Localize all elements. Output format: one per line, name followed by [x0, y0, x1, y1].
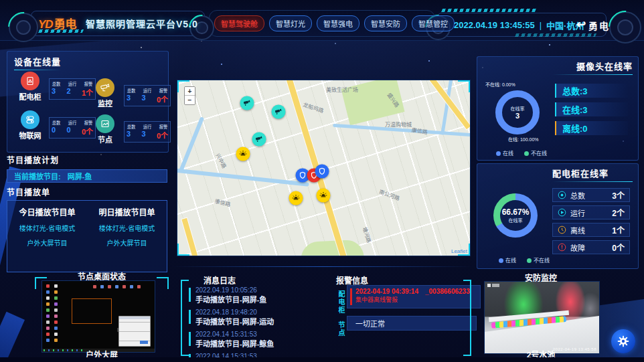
cabinet-running-row: 运行 2个	[552, 205, 630, 219]
donut-center-value: 3	[515, 112, 519, 120]
map-corner-decoration	[177, 244, 189, 256]
playlist-column-header: 今日播放节目单	[7, 206, 87, 217]
map-attribution[interactable]: Leaflet	[451, 248, 467, 254]
zoom-out-button[interactable]: −	[185, 96, 195, 104]
running-icon	[558, 208, 566, 217]
total-icon	[558, 191, 566, 199]
tab-cockpit[interactable]: 智慧驾驶舱	[214, 15, 264, 31]
fault-icon	[558, 243, 566, 252]
tab-control[interactable]: 智慧管控	[412, 15, 455, 31]
cabinet-offline-row: 离线 1个	[552, 223, 630, 237]
row-value: 2个	[612, 207, 625, 218]
street-label: 塘河路	[361, 226, 374, 244]
log-entry: 2022.04.18 19:48:20 手动播放节目-网屏-运动	[189, 308, 313, 327]
playlist-item[interactable]: 楼体灯光-省电模式	[7, 223, 87, 233]
map-marker-light[interactable]	[236, 147, 250, 161]
log-time: 2022.04.18 19:48:20	[195, 308, 313, 316]
legend-online: 在线	[499, 256, 516, 264]
stat-total: 3	[127, 94, 131, 104]
map-marker-camera[interactable]	[240, 96, 254, 110]
stat-running: 2	[66, 87, 70, 98]
map-marker-camera[interactable]	[252, 132, 266, 147]
device-stats: 总数运行报警 330个	[124, 121, 171, 143]
selection-rectangle	[72, 298, 112, 324]
log-text: 手动播放节目-网屏-运动	[195, 316, 313, 327]
cctv-video[interactable]: 2022-04-19 13:45:58	[484, 281, 600, 354]
alarm-box-node: 一切正常	[347, 316, 477, 331]
alarm-group-label: 节点	[336, 321, 346, 337]
rivet-decoration	[9, 13, 38, 42]
playlist-item[interactable]: 户外大屏节目	[87, 238, 167, 248]
dash-decoration	[515, 33, 596, 37]
message-log-panel: 消息日志 2022.04.19 10:05:26 手动播放节目-网屏-鱼 202…	[179, 270, 313, 359]
map-river	[177, 168, 309, 186]
alarm-box-cabinet: 2022-04-19 04:39:14_00386606233 集中器离线警报	[347, 285, 481, 308]
street-label: 康信路	[411, 126, 428, 135]
donut-center-label: 在线率	[511, 105, 525, 112]
panel-title: 节目播放单	[7, 186, 167, 197]
donut-center-value: 66.67%	[502, 207, 530, 217]
row-label: 离线	[570, 225, 608, 236]
page-title: 智慧照明管理云平台V5.0	[86, 17, 198, 30]
stat-header: 报警	[159, 88, 168, 94]
stat-total: 3	[127, 130, 131, 141]
stat-total: 3	[52, 87, 56, 98]
node-desktop-screenshot[interactable]	[42, 280, 155, 353]
donut-ring: 66.67% 在线率	[493, 193, 538, 238]
stat-running: 0	[66, 126, 70, 137]
playlist-box: 今日播放节目单 楼体灯光-省电模式 户外大屏节目 明日播放节目单 楼体灯光-省电…	[7, 200, 167, 272]
tab-lighting[interactable]: 智慧灯光	[269, 15, 312, 31]
map[interactable]: 龙船坞路盛兴路美致生活广场万温购物城兴中路康信路康信路南公河路塘河路 + − L…	[177, 80, 470, 256]
camera-online-panel: 摄像头在线率 不在线: 0.00% 在线率 3 在线: 100.00% 在线 不…	[477, 56, 639, 161]
stat-alarm: 0个	[157, 130, 168, 141]
stat-total: 0	[52, 126, 56, 137]
camera-brand-logo	[487, 284, 499, 287]
stat-header: 总数	[127, 124, 136, 130]
map-marker-light[interactable]	[289, 191, 303, 205]
device-card-iot: 物联网 总数运行报警 000个	[13, 110, 96, 141]
playlist-item[interactable]: 楼体灯光-省电模式	[87, 223, 167, 233]
dashboard: YD 勇电 智慧照明管理云平台V5.0 智慧驾驶舱 智慧灯光 智慧强电 智慧安防…	[0, 0, 644, 362]
cabinet-fault-row: 故障 0个	[552, 240, 630, 254]
desktop-icons	[44, 283, 60, 345]
diagonal-decoration	[0, 312, 25, 362]
cabinet-legend: 在线 不在线	[499, 256, 550, 264]
bracket-decoration	[181, 280, 189, 356]
stat-header: 运行	[68, 120, 77, 126]
map-marker-light[interactable]	[317, 189, 331, 203]
desktop-icons	[91, 284, 143, 290]
row-value: 3个	[612, 189, 625, 201]
playlist-item[interactable]: 户外大屏节目	[7, 238, 87, 248]
log-time: 2022.04.19 10:05:26	[195, 286, 313, 294]
stat-alarm: 0个	[157, 94, 168, 104]
datetime: 2022.04.19 13:45:55	[454, 20, 535, 30]
donut-center-label: 在线率	[509, 217, 523, 223]
map-zoom-control: + −	[184, 86, 195, 105]
tab-security[interactable]: 智慧安防	[364, 15, 407, 31]
settings-button[interactable]	[611, 329, 635, 353]
map-marker-shield[interactable]	[315, 165, 329, 179]
cabinet-total-row: 总数 3个	[552, 188, 630, 202]
row-value: 1个	[612, 224, 625, 236]
street-label: 美致生活广场	[326, 86, 358, 93]
tab-power[interactable]: 智慧强电	[317, 15, 359, 31]
alarm-group-label: 配电柜	[336, 290, 346, 314]
device-online-panel: 设备在线量 配电柜 总数运行报警 321个 监控 总数运行报警	[7, 51, 169, 153]
back-button[interactable]: ↩	[572, 17, 590, 32]
iot-icon	[21, 110, 39, 129]
map-corner-decoration	[458, 80, 470, 92]
legend-offline: 不在线	[524, 149, 547, 157]
device-name: 物联网	[13, 130, 48, 141]
panel-title: 节目播放计划	[7, 154, 167, 165]
street-label: 兴中路	[214, 152, 228, 169]
stat-header: 运行	[143, 88, 152, 94]
cabinet-donut: 66.67% 在线率	[493, 193, 542, 238]
main-nav: 智慧驾驶舱 智慧灯光 智慧强电 智慧安防 智慧管控	[214, 15, 455, 31]
device-card-cabinet: 配电柜 总数运行报警 321个	[13, 72, 96, 102]
zoom-in-button[interactable]: +	[185, 87, 195, 96]
device-name: 节点	[88, 134, 123, 145]
current-program-label: 当前播放节目:	[14, 171, 61, 181]
map-marker-camera[interactable]	[272, 105, 286, 119]
log-time: 2022.04.14 15:31:53	[195, 331, 313, 338]
user-label[interactable]: 勇电	[588, 19, 610, 32]
